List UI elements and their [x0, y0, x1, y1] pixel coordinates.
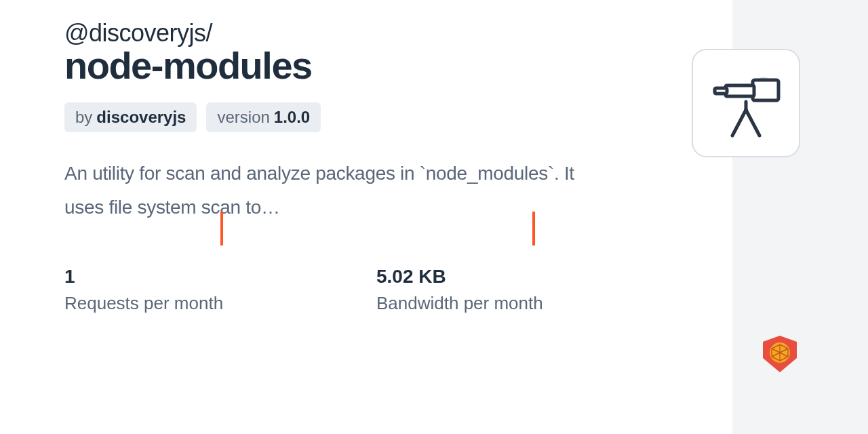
package-scope: @discoveryjs/	[64, 19, 868, 47]
version-label: version	[217, 108, 269, 127]
stat-requests: 1 Requests per month	[64, 266, 376, 314]
version-badge: version 1.0.0	[206, 102, 321, 132]
stat-bandwidth-label: Bandwidth per month	[376, 293, 688, 314]
stat-bandwidth: 5.02 KB Bandwidth per month	[376, 266, 688, 314]
stat-bandwidth-value: 5.02 KB	[376, 266, 688, 288]
svg-rect-3	[715, 88, 727, 94]
author-label: by	[75, 108, 92, 127]
version-value: 1.0.0	[274, 108, 310, 127]
telescope-icon	[705, 62, 787, 144]
package-description: An utility for scan and analyze packages…	[64, 157, 580, 225]
svg-line-6	[746, 110, 760, 136]
author-badge: by discoveryjs	[64, 102, 197, 132]
stat-requests-value: 1	[64, 266, 376, 288]
package-logo	[692, 49, 800, 157]
svg-rect-2	[726, 85, 754, 96]
svg-line-5	[732, 110, 746, 136]
stats-row: 1 Requests per month 5.02 KB Bandwidth p…	[64, 266, 868, 314]
author-value: discoveryjs	[96, 108, 186, 127]
brand-badge-icon	[760, 334, 800, 374]
svg-rect-1	[753, 80, 778, 100]
stat-requests-label: Requests per month	[64, 293, 376, 314]
